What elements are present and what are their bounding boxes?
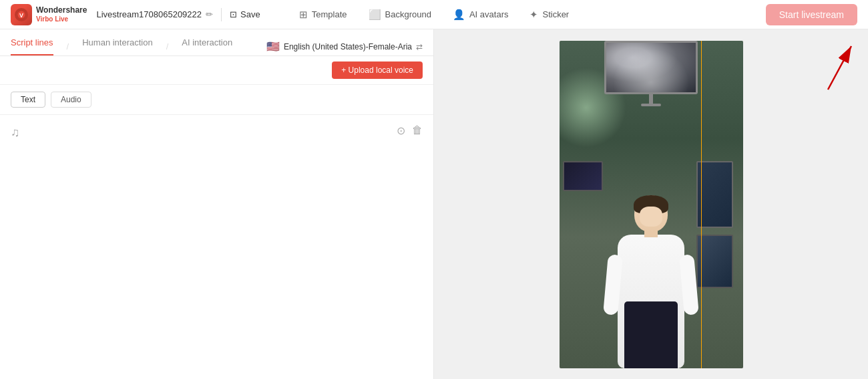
monitor-left xyxy=(563,161,603,191)
swap-voice-icon[interactable]: ⇄ xyxy=(416,42,423,51)
preview-canvas xyxy=(560,41,743,368)
template-icon: ⊞ xyxy=(299,9,308,21)
top-nav: V Wondershare Virbo Live Livestream17080… xyxy=(0,0,868,29)
session-name: Livestream1708065209222 xyxy=(96,9,202,19)
flag-icon: 🇺🇸 xyxy=(266,40,280,53)
tv-container xyxy=(604,41,698,106)
svg-line-3 xyxy=(828,46,851,90)
monitors-bg-left xyxy=(563,161,616,215)
save-button[interactable]: ⊡ Save xyxy=(230,9,260,19)
tab-script-lines[interactable]: Script lines xyxy=(11,37,53,55)
nav-center: ⊞ Template ⬜ Background 👤 AI avatars ✦ S… xyxy=(299,6,569,23)
svg-text:V: V xyxy=(19,12,23,19)
voice-selector[interactable]: 🇺🇸 English (United States)-Female-Aria ⇄ xyxy=(266,40,423,53)
avatar-head xyxy=(634,195,668,232)
nav-background[interactable]: ⬜ Background xyxy=(369,6,431,23)
nav-ai-avatars[interactable]: 👤 AI avatars xyxy=(453,6,509,23)
brand-logo-area: V Wondershare Virbo Live xyxy=(11,4,87,25)
script-area: ♫ ⊙ 🗑 xyxy=(0,115,433,379)
start-livestream-button[interactable]: Start livestream xyxy=(766,4,857,25)
orange-guide-line xyxy=(701,41,702,368)
tv-screen xyxy=(604,41,698,94)
left-panel: Script lines / Human interaction / AI in… xyxy=(0,29,434,379)
background-icon: ⬜ xyxy=(369,9,381,21)
tv-stand xyxy=(649,94,653,104)
avatar-body xyxy=(618,235,684,368)
nav-divider xyxy=(221,8,222,21)
brand-sub: Virbo Live xyxy=(36,15,87,23)
music-icon: ♫ xyxy=(11,126,20,140)
ai-avatars-icon: 👤 xyxy=(453,9,465,21)
brand-logo-icon: V xyxy=(11,4,32,25)
tab-ai-interaction[interactable]: AI interaction xyxy=(182,37,232,55)
voice-name: English (United States)-Female-Aria xyxy=(284,42,412,51)
arrow-annotation xyxy=(748,43,855,99)
nav-template-label: Template xyxy=(312,9,347,19)
nav-sticker[interactable]: ✦ Sticker xyxy=(529,6,569,23)
tab-human-interaction[interactable]: Human interaction xyxy=(82,37,153,55)
tv-base xyxy=(641,104,661,106)
tab-divider-2: / xyxy=(166,41,169,51)
audio-toggle-button[interactable]: Audio xyxy=(51,92,91,108)
upload-voice-button[interactable]: + Upload local voice xyxy=(332,61,423,79)
nav-background-label: Background xyxy=(385,9,431,19)
edit-session-name-icon[interactable]: ✏ xyxy=(206,9,213,19)
save-label: Save xyxy=(240,9,260,19)
nav-template[interactable]: ⊞ Template xyxy=(299,6,347,23)
nav-sticker-label: Sticker xyxy=(542,9,569,19)
monitor-right-1 xyxy=(696,161,733,228)
avatar-face xyxy=(640,207,662,227)
text-toggle-button[interactable]: Text xyxy=(11,92,45,108)
script-tabs: Script lines / Human interaction / AI in… xyxy=(0,29,433,56)
brand-name: Wondershare xyxy=(36,5,87,15)
monitors-bg-right xyxy=(696,161,743,295)
right-panel xyxy=(434,29,868,379)
monitor-right-2 xyxy=(696,235,733,288)
main-content: Script lines / Human interaction / AI in… xyxy=(0,29,868,379)
sticker-icon: ✦ xyxy=(529,9,538,21)
script-actions: ⊙ 🗑 xyxy=(397,124,423,137)
play-icon[interactable]: ⊙ xyxy=(397,124,405,137)
arrow-svg xyxy=(748,43,855,96)
delete-icon[interactable]: 🗑 xyxy=(412,124,423,137)
nav-ai-avatars-label: AI avatars xyxy=(469,9,509,19)
text-audio-bar: Text Audio xyxy=(0,85,433,115)
save-icon: ⊡ xyxy=(230,9,237,19)
avatar-figure xyxy=(618,195,684,368)
tab-divider-1: / xyxy=(67,41,69,51)
